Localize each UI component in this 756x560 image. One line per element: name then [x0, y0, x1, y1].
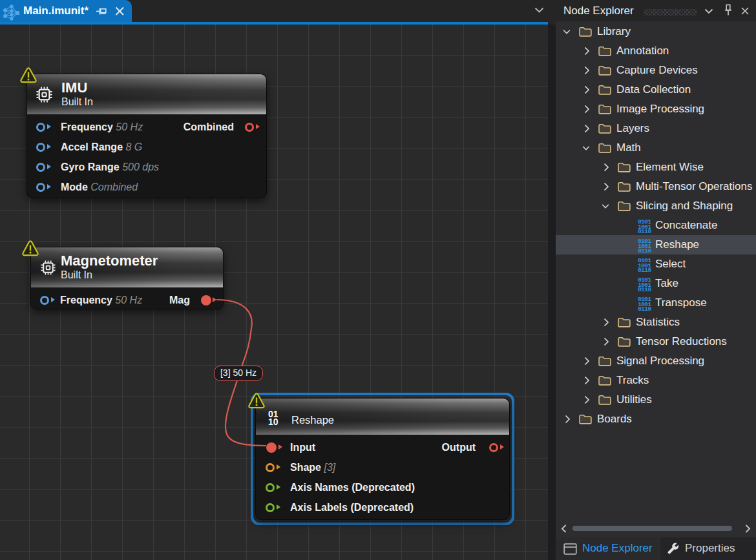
svg-text:0110: 0110	[638, 286, 651, 291]
svg-text:0110: 0110	[638, 247, 651, 253]
svg-text:0110: 0110	[638, 267, 651, 272]
svg-text:0110: 0110	[638, 228, 651, 233]
svg-text:0110: 0110	[638, 306, 651, 311]
